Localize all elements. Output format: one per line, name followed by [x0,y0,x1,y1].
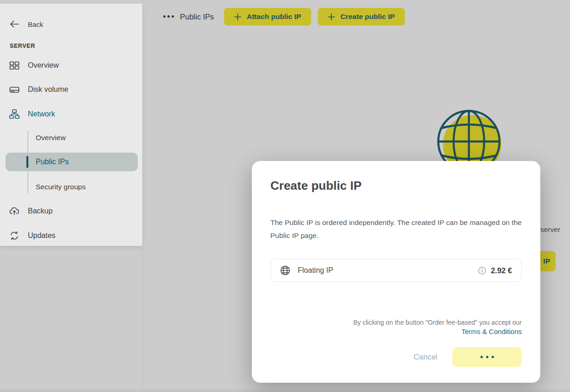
modal-description: The Public IP is ordered independently. … [270,216,525,242]
loading-dot [480,356,483,358]
plus-icon [328,13,335,20]
page-title: Public IPs [180,13,214,21]
refresh-icon [9,231,19,241]
sidebar-item-label: Backup [28,207,52,215]
active-indicator-bar [26,156,28,168]
back-label: Back [28,20,43,28]
network-icon [9,109,19,119]
sub-item-label: Overview [36,134,66,141]
bottom-edge-strip [0,390,570,392]
sidebar-card: Back SERVER Overview [0,4,142,246]
sidebar: Back SERVER Overview [0,0,143,392]
sub-item-label: Security groups [36,183,86,191]
sidebar-section-server: SERVER [10,43,35,49]
empty-state-text-fragment: server [540,225,560,234]
sidebar-item-public-ips[interactable]: Public IPs [6,153,138,171]
ellipsis-icon[interactable] [163,15,174,18]
create-button-label: Create public IP [340,13,395,21]
cloud-upload-icon [9,206,19,216]
disk-icon [9,84,19,95]
legal-text: By clicking on the button "Order fee-bas… [270,318,522,327]
sidebar-item-label: Disk volume [28,85,68,94]
loading-dot [486,356,488,358]
sidebar-item-label: Updates [28,231,56,240]
sidebar-item-label: Network [28,110,55,118]
attach-button-label: Attach public IP [247,13,301,21]
option-label: Floating IP [298,266,333,275]
option-left: Floating IP [280,265,333,276]
option-right: 2.92 € [478,266,512,275]
modal-title: Create public IP [270,179,522,193]
sidebar-item-security-groups[interactable]: Security groups [36,181,86,193]
arrow-left-icon [9,19,19,29]
option-price: 2.92 € [491,266,512,275]
loading-dot [492,356,494,358]
sidebar-item-network[interactable]: Network [9,108,55,121]
cancel-button[interactable]: Cancel [414,353,437,361]
sidebar-item-overview[interactable]: Overview [9,59,59,72]
sidebar-item-updates[interactable]: Updates [9,229,56,242]
sidebar-item-network-overview[interactable]: Overview [36,132,66,144]
create-public-ip-modal: Create public IP The Public IP is ordere… [252,161,540,383]
sidebar-item-backup[interactable]: Backup [9,205,52,218]
globe-icon [280,265,290,276]
floating-ip-option[interactable]: Floating IP 2.92 € [270,259,522,282]
sub-item-label: Public IPs [36,153,69,171]
sidebar-item-label: Overview [28,61,59,70]
back-button[interactable]: Back [9,18,43,31]
sidebar-item-disk-volume[interactable]: Disk volume [9,83,68,96]
plus-icon [234,13,241,20]
dashboard-icon [9,60,19,71]
order-fee-based-button-loading[interactable] [452,347,522,367]
info-icon[interactable] [478,267,486,275]
legal-block: By clicking on the button "Order fee-bas… [270,318,522,336]
create-public-ip-button[interactable]: Create public IP [318,8,405,26]
terms-and-conditions-link[interactable]: Terms & Conditions [461,327,522,336]
app-root: Back SERVER Overview [0,0,570,392]
modal-actions: Cancel [270,347,522,367]
attach-public-ip-button[interactable]: Attach public IP [224,8,311,26]
